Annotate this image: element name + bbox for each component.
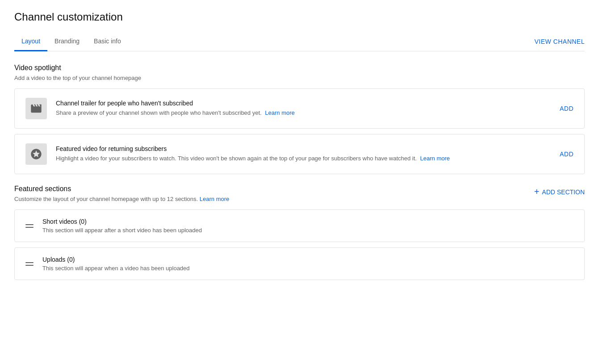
tabs-row: Layout Branding Basic info VIEW CHANNEL bbox=[14, 32, 585, 51]
video-spotlight-section: Video spotlight Add a video to the top o… bbox=[14, 64, 585, 174]
channel-trailer-card: Channel trailer for people who haven't s… bbox=[14, 88, 585, 129]
channel-trailer-learn-more[interactable]: Learn more bbox=[265, 109, 294, 116]
tab-branding[interactable]: Branding bbox=[47, 32, 87, 51]
channel-trailer-title: Channel trailer for people who haven't s… bbox=[56, 100, 549, 107]
short-videos-title: Short videos (0) bbox=[42, 218, 574, 225]
short-videos-card: Short videos (0) This section will appea… bbox=[14, 209, 585, 242]
channel-trailer-add-button[interactable]: ADD bbox=[560, 105, 574, 112]
featured-sections-learn-more[interactable]: Learn more bbox=[200, 196, 229, 202]
featured-video-learn-more[interactable]: Learn more bbox=[420, 155, 450, 162]
tab-basic-info[interactable]: Basic info bbox=[87, 32, 128, 51]
drag-handle-uploads[interactable] bbox=[25, 262, 34, 266]
channel-trailer-desc: Share a preview of your channel shown wi… bbox=[56, 109, 549, 117]
short-videos-desc: This section will appear after a short v… bbox=[42, 227, 574, 234]
featured-sections-left: Featured sections Customize the layout o… bbox=[14, 185, 534, 202]
channel-trailer-content: Channel trailer for people who haven't s… bbox=[56, 100, 549, 117]
video-spotlight-title: Video spotlight bbox=[14, 64, 585, 72]
film-icon bbox=[25, 98, 47, 119]
uploads-card: Uploads (0) This section will appear whe… bbox=[14, 247, 585, 280]
featured-sections-section: Featured sections Customize the layout o… bbox=[14, 185, 585, 280]
featured-video-card: Featured video for returning subscribers… bbox=[14, 134, 585, 174]
featured-video-add-button[interactable]: ADD bbox=[560, 151, 574, 158]
page-title: Channel customization bbox=[14, 11, 585, 23]
featured-video-content: Featured video for returning subscribers… bbox=[56, 145, 549, 163]
uploads-content: Uploads (0) This section will appear whe… bbox=[42, 256, 574, 272]
featured-sections-title: Featured sections bbox=[14, 185, 534, 193]
featured-sections-header: Featured sections Customize the layout o… bbox=[14, 185, 585, 202]
featured-video-desc: Highlight a video for your subscribers t… bbox=[56, 154, 549, 163]
uploads-desc: This section will appear when a video ha… bbox=[42, 265, 574, 272]
short-videos-content: Short videos (0) This section will appea… bbox=[42, 218, 574, 234]
drag-handle-short-videos[interactable] bbox=[25, 224, 34, 228]
star-icon bbox=[25, 143, 47, 165]
view-channel-button[interactable]: VIEW CHANNEL bbox=[534, 38, 585, 45]
add-section-label[interactable]: ADD SECTION bbox=[542, 188, 585, 196]
featured-sections-subtitle: Customize the layout of your channel hom… bbox=[14, 196, 534, 202]
add-section-button[interactable]: + ADD SECTION bbox=[534, 187, 585, 197]
tab-layout[interactable]: Layout bbox=[14, 32, 47, 51]
plus-icon: + bbox=[534, 187, 540, 197]
video-spotlight-subtitle: Add a video to the top of your channel h… bbox=[14, 75, 585, 81]
uploads-title: Uploads (0) bbox=[42, 256, 574, 263]
featured-video-title: Featured video for returning subscribers bbox=[56, 145, 549, 152]
